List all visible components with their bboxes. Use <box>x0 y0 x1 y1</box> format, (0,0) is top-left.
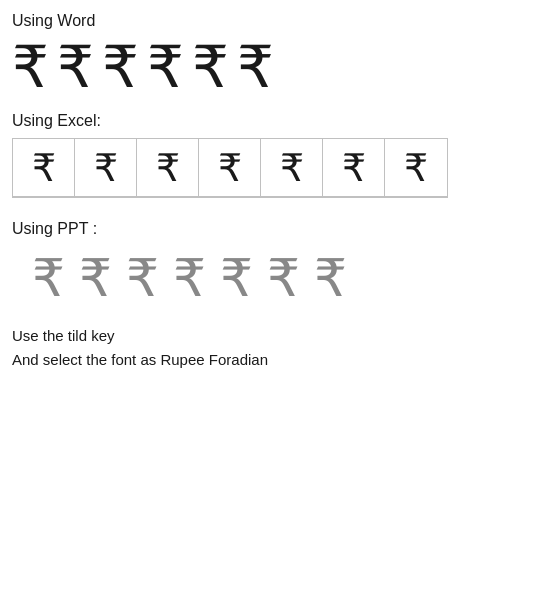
excel-rupee-5: ₹ <box>280 146 304 190</box>
footer-line1: Use the tild key <box>12 324 531 348</box>
ppt-rupee-4: ₹ <box>173 252 206 304</box>
word-rupee-6: ₹ <box>237 38 274 96</box>
ppt-rupee-2: ₹ <box>79 252 112 304</box>
ppt-rupee-row: ₹ ₹ ₹ ₹ ₹ ₹ ₹ <box>12 242 531 314</box>
ppt-rupee-6: ₹ <box>267 252 300 304</box>
excel-cell-2: ₹ <box>75 139 137 197</box>
word-rupee-3: ₹ <box>102 38 139 96</box>
ppt-rupee-1: ₹ <box>32 252 65 304</box>
ppt-rupee-7: ₹ <box>314 252 347 304</box>
excel-rupee-7: ₹ <box>404 146 428 190</box>
word-rupee-4: ₹ <box>147 38 184 96</box>
word-section-label: Using Word <box>12 12 531 30</box>
excel-cell-3: ₹ <box>137 139 199 197</box>
footer-text: Use the tild key And select the font as … <box>12 324 531 372</box>
ppt-rupee-5: ₹ <box>220 252 253 304</box>
excel-cell-5: ₹ <box>261 139 323 197</box>
excel-cell-1: ₹ <box>13 139 75 197</box>
word-rupee-1: ₹ <box>12 38 49 96</box>
word-rupee-row: ₹ ₹ ₹ ₹ ₹ ₹ <box>12 34 531 100</box>
excel-grid: ₹ ₹ ₹ ₹ ₹ ₹ ₹ <box>12 138 448 198</box>
ppt-section-label: Using PPT : <box>12 220 531 238</box>
excel-rupee-4: ₹ <box>218 146 242 190</box>
excel-section-label: Using Excel: <box>12 112 531 130</box>
word-rupee-2: ₹ <box>57 38 94 96</box>
excel-cell-7: ₹ <box>385 139 447 197</box>
excel-rupee-1: ₹ <box>32 146 56 190</box>
excel-cell-6: ₹ <box>323 139 385 197</box>
excel-row: ₹ ₹ ₹ ₹ ₹ ₹ ₹ <box>13 139 447 197</box>
excel-cell-4: ₹ <box>199 139 261 197</box>
excel-rupee-6: ₹ <box>342 146 366 190</box>
excel-rupee-2: ₹ <box>94 146 118 190</box>
word-rupee-5: ₹ <box>192 38 229 96</box>
ppt-rupee-3: ₹ <box>126 252 159 304</box>
excel-rupee-3: ₹ <box>156 146 180 190</box>
footer-line2: And select the font as Rupee Foradian <box>12 348 531 372</box>
